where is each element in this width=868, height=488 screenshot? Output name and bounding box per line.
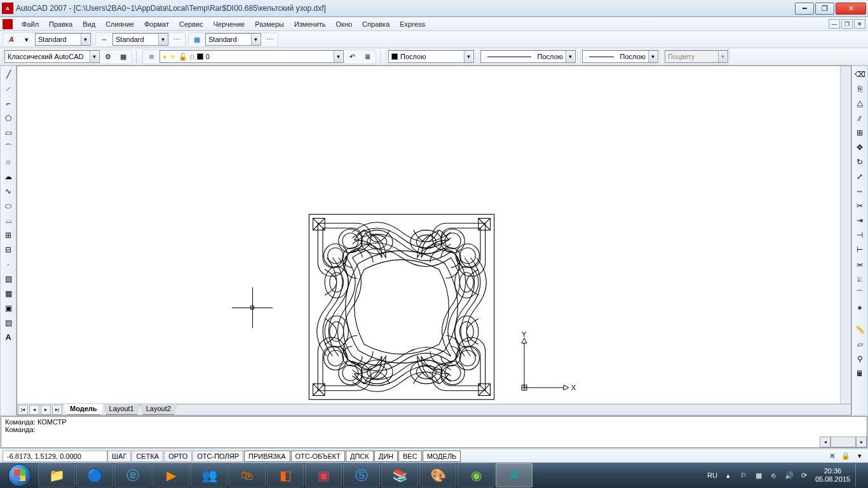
join-icon[interactable]: ⫘ (853, 257, 867, 271)
layer-previous-icon[interactable]: ↶ (345, 50, 359, 63)
trim-icon[interactable]: ✂ (853, 199, 867, 213)
workspace-combo[interactable]: Классический AutoCAD ▼ (4, 50, 100, 63)
tab-last-icon[interactable]: ▸| (52, 405, 62, 415)
copy-icon[interactable]: ⎘ (853, 82, 867, 96)
gradient-icon[interactable]: ▦ (1, 287, 15, 301)
task-ppt[interactable]: ▣ (305, 463, 342, 487)
menu-insert[interactable]: Слияние (100, 18, 139, 30)
ellipse-icon[interactable]: ⬭ (1, 199, 15, 213)
dist-icon[interactable]: 📏 (853, 323, 867, 337)
cmd-scroll-right-icon[interactable]: ▸ (856, 437, 867, 447)
rectangle-icon[interactable]: ▭ (1, 126, 15, 140)
menu-express[interactable]: Express (395, 18, 430, 30)
insert-block-icon[interactable]: ⊞ (1, 228, 15, 242)
model-viewport[interactable]: X Y (17, 66, 840, 403)
status-орто[interactable]: ОРТО (164, 451, 192, 462)
maximize-button[interactable]: ❐ (815, 3, 834, 15)
status-отс-объект[interactable]: ОТС-ОБЪЕКТ (291, 451, 345, 462)
dim-style-btn[interactable]: ⋯ (170, 33, 184, 46)
minimize-button[interactable]: ━ (795, 3, 814, 15)
menu-dimension[interactable]: Размеры (250, 18, 289, 30)
move-icon[interactable]: ✥ (853, 140, 867, 154)
xline-icon[interactable]: ⟋ (1, 82, 15, 96)
horizontal-scrollbar[interactable] (176, 404, 851, 415)
task-corel[interactable]: ◉ (458, 463, 494, 487)
status-модель[interactable]: МОДЕЛЬ (423, 451, 461, 462)
erase-icon[interactable]: ⌫ (853, 67, 867, 81)
tray-flag-icon[interactable]: ⚐ (738, 470, 749, 481)
scale-icon[interactable]: ⤢ (853, 170, 867, 184)
menu-view[interactable]: Вид (78, 18, 100, 30)
menu-file[interactable]: Файл (17, 18, 44, 30)
vertical-scrollbar[interactable] (840, 66, 851, 403)
polygon-icon[interactable]: ⬠ (1, 111, 15, 125)
stretch-icon[interactable]: ↔ (853, 184, 867, 198)
status-menu-icon[interactable]: ▾ (854, 451, 865, 462)
explode-icon[interactable]: ✶ (853, 301, 867, 315)
qselect-icon[interactable]: ⚲ (853, 352, 867, 366)
task-ie[interactable]: ⓔ (114, 463, 151, 487)
task-autocad[interactable]: A (496, 463, 532, 487)
table-icon[interactable]: ▤ (1, 316, 15, 330)
menu-window[interactable]: Окно (331, 18, 358, 30)
task-msn[interactable]: 👥 (191, 463, 227, 487)
revcloud-icon[interactable]: ☁ (1, 170, 15, 184)
break-icon[interactable]: ⊣ (853, 228, 867, 242)
tray-sync-icon[interactable]: ⟳ (799, 470, 810, 481)
workspace-lock-icon[interactable]: ▦ (116, 50, 130, 63)
text-style-icon[interactable]: A (4, 33, 18, 46)
coordinates-readout[interactable]: -6.8173, 1.5129, 0.0000 (3, 451, 107, 462)
area-icon[interactable]: ▱ (853, 337, 867, 351)
task-winrar[interactable]: 📚 (381, 463, 418, 487)
make-block-icon[interactable]: ⊟ (1, 243, 15, 257)
layer-combo[interactable]: ● ☀ 🔓 ⎙ 0 ▼ (159, 50, 344, 63)
color-combo[interactable]: Послою ▼ (388, 50, 474, 63)
text-style-dropdown-icon[interactable]: ▾ (20, 33, 34, 46)
status-дин[interactable]: ДИН (374, 451, 398, 462)
task-skype[interactable]: Ⓢ (343, 463, 380, 487)
dim-style-combo[interactable]: Standard ▼ (112, 33, 168, 46)
menu-edit[interactable]: Правка (44, 18, 78, 30)
lock-icon[interactable]: 🔒 (840, 451, 851, 462)
point-icon[interactable]: · (1, 257, 15, 271)
show-desktop-button[interactable] (855, 463, 860, 487)
mdi-restore[interactable]: ❐ (841, 19, 853, 29)
line-icon[interactable]: ╱ (1, 67, 15, 81)
task-bag[interactable]: 🛍 (229, 463, 266, 487)
layer-manager-icon[interactable]: ≋ (144, 50, 158, 63)
tray-app-icon[interactable]: ▦ (753, 470, 764, 481)
workspace-settings-icon[interactable]: ⚙ (101, 50, 115, 63)
mirror-icon[interactable]: ⧋ (853, 97, 867, 111)
tab-layout2[interactable]: Layout2 (139, 404, 178, 415)
dim-style-icon[interactable]: ↔ (97, 33, 111, 46)
break2-icon[interactable]: ⊢ (853, 243, 867, 257)
calc-icon[interactable]: 🖩 (853, 367, 867, 381)
menu-tools[interactable]: Сервис (174, 18, 208, 30)
tab-next-icon[interactable]: ▸ (41, 405, 51, 415)
menu-modify[interactable]: Изменить (289, 18, 331, 30)
rotate-icon[interactable]: ↻ (853, 155, 867, 169)
tab-prev-icon[interactable]: ◂ (29, 405, 39, 415)
task-paint[interactable]: 🎨 (419, 463, 456, 487)
fillet-icon[interactable]: ⌒ (853, 287, 867, 301)
mdi-close[interactable]: ✕ (854, 19, 865, 29)
text-style-combo[interactable]: Standard ▼ (35, 33, 91, 46)
tab-model[interactable]: Модель (63, 404, 104, 415)
tab-layout1[interactable]: Layout1 (102, 404, 141, 415)
spline-icon[interactable]: ∿ (1, 184, 15, 198)
arc-icon[interactable]: ⌒ (1, 140, 15, 154)
task-explorer[interactable]: 📁 (38, 463, 75, 487)
tray-vol-icon[interactable]: 🔊 (783, 470, 795, 481)
menu-help[interactable]: Справка (357, 18, 395, 30)
status-вес[interactable]: ВЕС (398, 451, 422, 462)
status-дпск[interactable]: ДПСК (346, 451, 374, 462)
ellipse-arc-icon[interactable]: ⌓ (1, 214, 15, 227)
mtext-icon[interactable]: A (1, 330, 15, 344)
lineweight-combo[interactable]: Послою ▼ (582, 50, 658, 63)
tray-net-icon[interactable]: ⎋ (768, 470, 780, 481)
mdi-minimize[interactable]: — (829, 19, 840, 29)
close-button[interactable]: ✕ (836, 3, 866, 15)
layer-states-icon[interactable]: ≣ (360, 50, 374, 63)
table-style-icon[interactable]: ▦ (190, 33, 204, 46)
tray-lang[interactable]: RU (707, 471, 717, 479)
